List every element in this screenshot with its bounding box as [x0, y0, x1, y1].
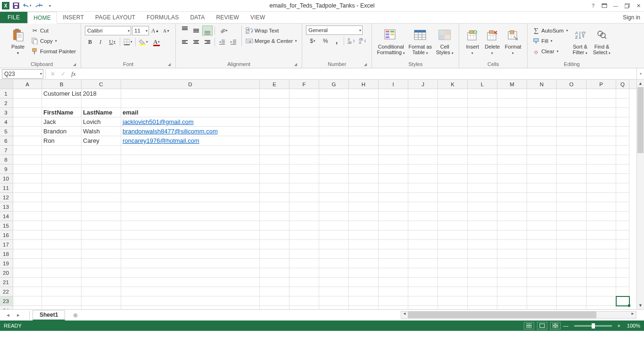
cell-K9[interactable]	[438, 164, 468, 174]
zoom-level[interactable]: 100%	[623, 323, 640, 329]
cell-D17[interactable]	[121, 240, 260, 249]
row-header-4[interactable]: 4	[0, 117, 13, 127]
cell-F1[interactable]	[289, 89, 319, 99]
cell-H2[interactable]	[349, 99, 379, 108]
cell-L8[interactable]	[468, 155, 497, 164]
cell-E6[interactable]	[260, 136, 289, 146]
cell-K1[interactable]	[438, 89, 468, 99]
cell-O8[interactable]	[557, 155, 586, 164]
cell-Q2[interactable]	[616, 99, 629, 108]
column-header-B[interactable]: B	[42, 80, 82, 89]
cell-O6[interactable]	[557, 136, 586, 146]
cell-D23[interactable]	[121, 296, 260, 306]
cell-B4[interactable]: Jack	[42, 117, 82, 127]
cell-D19[interactable]	[121, 259, 260, 268]
cell-P13[interactable]	[586, 202, 616, 212]
cell-N4[interactable]	[527, 117, 557, 127]
cell-M17[interactable]	[497, 240, 527, 249]
minimize-button[interactable]: —	[611, 2, 620, 9]
cell-I21[interactable]	[379, 278, 408, 287]
align-right-button[interactable]	[202, 37, 213, 47]
cell-M16[interactable]	[497, 230, 527, 240]
row-header-22[interactable]: 22	[0, 287, 13, 296]
cell-H3[interactable]	[349, 108, 379, 117]
align-bottom-button[interactable]	[202, 25, 213, 36]
cell-Q13[interactable]	[616, 202, 629, 212]
ribbon-options-button[interactable]	[600, 2, 609, 9]
cell-I15[interactable]	[379, 221, 408, 230]
cell-K15[interactable]	[438, 221, 468, 230]
font-dialog-launcher[interactable]: ◢	[167, 62, 172, 67]
sheet-tab-sheet1[interactable]: Sheet1	[33, 310, 65, 320]
cell-H17[interactable]	[349, 240, 379, 249]
cell-H7[interactable]	[349, 146, 379, 155]
cell-B6[interactable]: Ron	[42, 136, 82, 146]
row-header-15[interactable]: 15	[0, 221, 13, 230]
cell-F3[interactable]	[289, 108, 319, 117]
cell-N1[interactable]	[527, 89, 557, 99]
cell-C9[interactable]	[82, 164, 121, 174]
cell-K17[interactable]	[438, 240, 468, 249]
cell-P18[interactable]	[586, 249, 616, 259]
tab-insert[interactable]: INSERT	[57, 12, 90, 23]
cell-E13[interactable]	[260, 202, 289, 212]
cell-J1[interactable]	[408, 89, 438, 99]
row-header-10[interactable]: 10	[0, 174, 13, 183]
sort-filter-button[interactable]: AZSort &Filter ▾	[570, 25, 591, 58]
alignment-dialog-launcher[interactable]: ◢	[293, 62, 298, 67]
cell-Q12[interactable]	[616, 193, 629, 202]
name-box[interactable]: Q23▾	[2, 69, 43, 79]
cell-M13[interactable]	[497, 202, 527, 212]
cell-C16[interactable]	[82, 230, 121, 240]
cell-M15[interactable]	[497, 221, 527, 230]
cell-C15[interactable]	[82, 221, 121, 230]
cell-J22[interactable]	[408, 287, 438, 296]
cell-F14[interactable]	[289, 212, 319, 221]
select-all-corner[interactable]	[0, 80, 13, 89]
increase-indent-button[interactable]	[228, 37, 239, 47]
cell-P3[interactable]	[586, 108, 616, 117]
cell-A12[interactable]	[13, 193, 42, 202]
cell-B22[interactable]	[42, 287, 82, 296]
cell-F24[interactable]	[289, 306, 319, 309]
cell-K16[interactable]	[438, 230, 468, 240]
cancel-formula-button[interactable]: ✕	[48, 69, 58, 79]
cell-E15[interactable]	[260, 221, 289, 230]
cell-H13[interactable]	[349, 202, 379, 212]
cell-C19[interactable]	[82, 259, 121, 268]
cell-K10[interactable]	[438, 174, 468, 183]
cell-Q20[interactable]	[616, 268, 629, 278]
cell-A5[interactable]	[13, 127, 42, 136]
cell-B18[interactable]	[42, 249, 82, 259]
cell-Q24[interactable]	[616, 306, 629, 309]
cell-O20[interactable]	[557, 268, 586, 278]
insert-cells-button[interactable]: Insert▾	[463, 25, 482, 58]
cell-O5[interactable]	[557, 127, 586, 136]
cell-M11[interactable]	[497, 183, 527, 193]
redo-button[interactable]: ▾	[34, 2, 43, 9]
sheet-nav-prev[interactable]: ◄	[4, 312, 12, 318]
cell-F4[interactable]	[289, 117, 319, 127]
cell-M5[interactable]	[497, 127, 527, 136]
cell-A15[interactable]	[13, 221, 42, 230]
cell-B5[interactable]: Brandon	[42, 127, 82, 136]
cell-O22[interactable]	[557, 287, 586, 296]
cell-D9[interactable]	[121, 164, 260, 174]
column-header-D[interactable]: D	[121, 80, 260, 89]
cell-G22[interactable]	[319, 287, 349, 296]
column-header-M[interactable]: M	[497, 80, 527, 89]
cell-G20[interactable]	[319, 268, 349, 278]
cell-J3[interactable]	[408, 108, 438, 117]
cell-P22[interactable]	[586, 287, 616, 296]
column-header-O[interactable]: O	[557, 80, 586, 89]
cell-C3[interactable]: LastName	[82, 108, 121, 117]
cell-D4[interactable]: jacklovich501@gmail.com	[121, 117, 260, 127]
zoom-in-button[interactable]: +	[618, 323, 620, 329]
cell-Q9[interactable]	[616, 164, 629, 174]
cell-K18[interactable]	[438, 249, 468, 259]
cell-C22[interactable]	[82, 287, 121, 296]
cell-F22[interactable]	[289, 287, 319, 296]
column-header-E[interactable]: E	[260, 80, 289, 89]
autosum-button[interactable]: ∑AutoSum▾	[531, 25, 569, 36]
cell-Q16[interactable]	[616, 230, 629, 240]
